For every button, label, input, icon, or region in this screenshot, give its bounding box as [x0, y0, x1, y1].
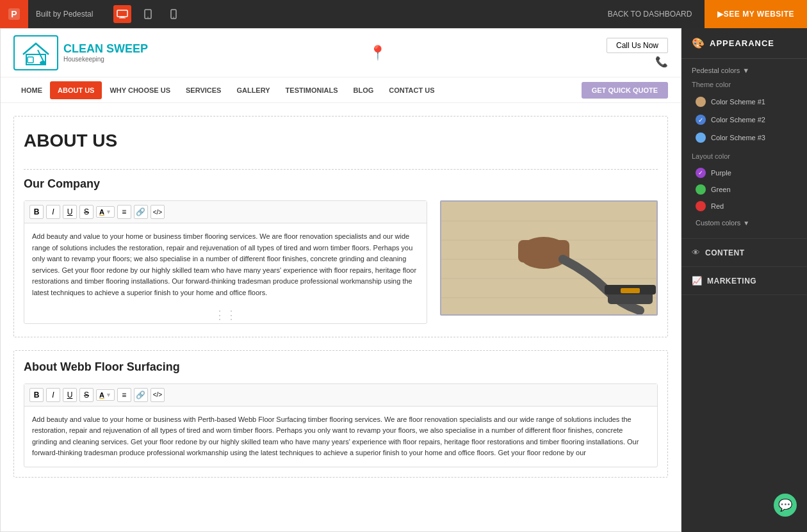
get-quote-button[interactable]: GET QUICK QUOTE [582, 82, 668, 99]
editor-content-1[interactable]: Add beauty and value to your home or bus… [24, 223, 427, 307]
section-image-1 [440, 200, 658, 316]
editor-block-2: B I U S A ▼ ≡ 🔗 </> Add beauty and valu [24, 383, 658, 467]
layout-label-purple: Purple [711, 169, 731, 177]
color-scheme-3[interactable]: Color Scheme #3 [692, 129, 797, 146]
pedestal-colors-section: Pedestal colors ▼ Theme color Color Sche… [681, 59, 807, 239]
chat-bubble[interactable]: 💬 [774, 494, 797, 517]
see-my-website-button[interactable]: SEE MY WEBSITE [705, 0, 807, 28]
about-us-title: ABOUT US [24, 124, 658, 157]
desktop-icon[interactable] [113, 5, 131, 23]
align-button[interactable]: ≡ [117, 205, 131, 219]
layout-label-green: Green [711, 186, 731, 193]
logo-icon [13, 35, 58, 70]
marketing-icon: 📈 [692, 276, 702, 286]
scheme-dot-3 [696, 133, 706, 143]
nav-gallery[interactable]: GALLERY [229, 81, 277, 99]
color-scheme-2[interactable]: Color Scheme #2 [692, 111, 797, 128]
underline-button-2[interactable]: U [63, 388, 77, 402]
bold-button[interactable]: B [29, 205, 44, 219]
tablet-icon[interactable] [139, 5, 157, 23]
logo-name: CLEAN SWEEP [63, 42, 148, 56]
link-button[interactable]: 🔗 [134, 205, 148, 219]
appearance-icon: 🎨 [692, 37, 705, 49]
svg-line-10 [38, 50, 44, 63]
layout-dot-purple [696, 168, 706, 178]
site-nav: HOME ABOUT US WHY CHOOSE US SERVICES GAL… [1, 77, 681, 103]
phone-icon: 📞 [655, 56, 668, 68]
page-content: ABOUT US Our Company B I U S [1, 103, 681, 497]
layout-dot-green [696, 184, 706, 195]
layout-green[interactable]: Green [692, 182, 797, 197]
scheme-label-3: Color Scheme #3 [711, 134, 765, 141]
font-color-button-2[interactable]: A ▼ [96, 389, 115, 401]
custom-colors-row[interactable]: Custom colors ▼ [692, 215, 797, 230]
sidebar-marketing-item[interactable]: 📈 MARKETING [681, 267, 807, 295]
back-to-dashboard-link[interactable]: BACK TO DASHBOARD [595, 10, 705, 19]
top-bar: P Built by Pedestal BACK TO DASHBOARD SE… [0, 0, 807, 28]
code-button[interactable]: </> [151, 205, 165, 219]
nav-home[interactable]: HOME [13, 81, 50, 99]
mobile-icon[interactable] [165, 5, 183, 23]
color-scheme-1[interactable]: Color Scheme #1 [692, 93, 797, 110]
svg-rect-12 [28, 57, 33, 63]
our-company-section: Our Company B I U S A ▼ [24, 177, 658, 324]
sidebar: 🎨 APPEARANCE Pedestal colors ▼ Theme col… [681, 28, 807, 532]
drag-handle[interactable]: ⋮⋮ [24, 307, 427, 323]
svg-text:P: P [11, 9, 17, 19]
pedestal-colors-label[interactable]: Pedestal colors ▼ [692, 67, 797, 74]
svg-point-6 [148, 17, 149, 18]
link-button-2[interactable]: 🔗 [134, 388, 148, 402]
layout-color-label: Layout color [692, 152, 797, 160]
nav-about[interactable]: ABOUT US [50, 81, 102, 99]
sidebar-content-item[interactable]: 👁 CONTENT [681, 239, 807, 267]
font-color-button[interactable]: A ▼ [96, 206, 115, 218]
nav-blog[interactable]: BLOG [345, 81, 381, 99]
pedestal-logo: P [0, 0, 28, 28]
section1-text: Add beauty and value to your home or bus… [32, 232, 416, 296]
svg-point-8 [174, 17, 175, 18]
editor-toolbar-1: B I U S A ▼ ≡ 🔗 </> [24, 201, 427, 223]
custom-colors-chevron: ▼ [743, 220, 749, 227]
nav-contact[interactable]: CONTACT US [381, 81, 442, 99]
logo-sub: Housekeeping [63, 56, 148, 63]
main-layout: CLEAN SWEEP Housekeeping 📍 Call Us Now 📞… [0, 28, 807, 532]
strikethrough-button-2[interactable]: S [79, 388, 94, 402]
editor-content-2[interactable]: Add beauty and value to your home or bus… [24, 407, 657, 467]
italic-button[interactable]: I [46, 205, 60, 219]
code-button-2[interactable]: </> [151, 388, 165, 402]
strikethrough-button[interactable]: S [79, 205, 94, 219]
svg-point-11 [40, 61, 46, 65]
carpet-image [441, 202, 656, 314]
chevron-icon: ▼ [742, 67, 749, 74]
webb-section: About Webb Floor Surfacing B I U S A ▼ ≡… [13, 350, 668, 478]
scheme-dot-1 [696, 97, 706, 107]
about-us-section: ABOUT US Our Company B I U S [13, 116, 668, 337]
layout-label-red: Red [711, 202, 724, 210]
marketing-label: MARKETING [707, 277, 756, 286]
bold-button-2[interactable]: B [29, 388, 44, 402]
svg-rect-23 [621, 288, 640, 293]
svg-rect-3 [120, 17, 124, 18]
brand-label: Built by Pedestal [28, 10, 101, 19]
section2-text: Add beauty and value to your home or bus… [32, 415, 639, 457]
nav-why[interactable]: WHY CHOOSE US [102, 81, 178, 99]
custom-colors-label: Custom colors [696, 219, 740, 227]
layout-purple[interactable]: Purple [692, 165, 797, 181]
nav-services[interactable]: SERVICES [178, 81, 229, 99]
theme-color-label: Theme color [692, 81, 797, 88]
map-pin-icon: 📍 [369, 45, 386, 61]
webb-title: About Webb Floor Surfacing [24, 360, 658, 374]
call-button[interactable]: Call Us Now [607, 38, 668, 53]
nav-testimonials[interactable]: TESTIMONIALS [278, 81, 346, 99]
site-header: CLEAN SWEEP Housekeeping 📍 Call Us Now 📞 [1, 29, 681, 77]
appearance-title: APPEARANCE [710, 38, 774, 48]
editor-toolbar-2: B I U S A ▼ ≡ 🔗 </> [24, 384, 657, 407]
layout-dot-red [696, 201, 706, 211]
our-company-title: Our Company [24, 177, 658, 191]
svg-rect-2 [117, 10, 127, 17]
underline-button[interactable]: U [63, 205, 77, 219]
align-button-2[interactable]: ≡ [117, 388, 131, 402]
italic-button-2[interactable]: I [46, 388, 60, 402]
color-schemes: Color Scheme #1 Color Scheme #2 Color Sc… [692, 93, 797, 146]
layout-red[interactable]: Red [692, 198, 797, 214]
